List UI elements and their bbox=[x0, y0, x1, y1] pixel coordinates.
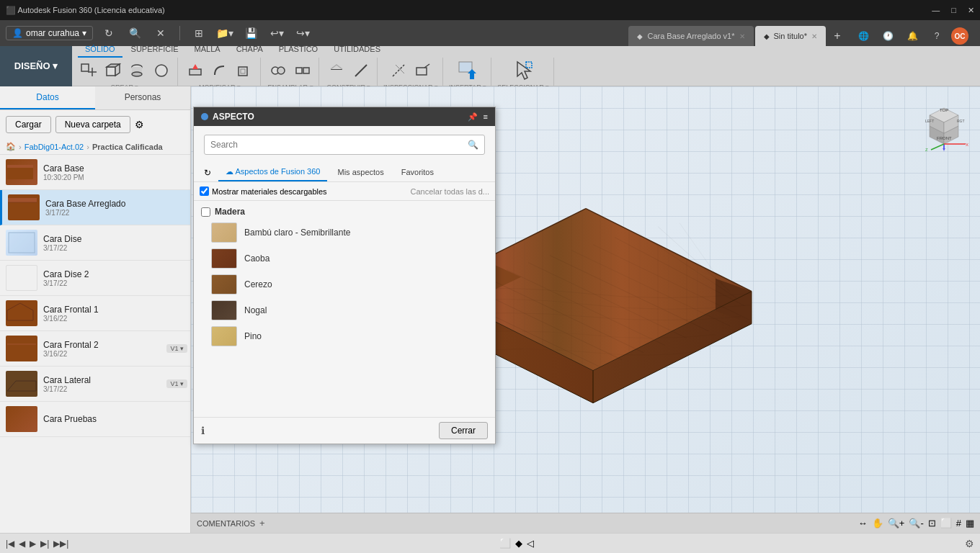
measure-icon[interactable] bbox=[387, 59, 410, 82]
fillet-icon[interactable] bbox=[208, 59, 231, 82]
info-button[interactable]: ℹ bbox=[201, 425, 205, 436]
list-item[interactable]: Cara Base Arreglado 3/17/22 bbox=[0, 190, 190, 225]
list-item[interactable]: Cara Pruebas bbox=[0, 402, 190, 437]
tab-malla[interactable]: MALLA bbox=[187, 42, 228, 58]
svg-point-8 bbox=[132, 72, 142, 76]
new-component-icon[interactable] bbox=[76, 59, 99, 82]
tab-utilidades[interactable]: UTILIDADES bbox=[326, 42, 388, 58]
breadcrumb-item1[interactable]: FabDig01-Act.02 bbox=[24, 143, 84, 151]
tab-my-aspects[interactable]: Mis aspectos bbox=[330, 164, 391, 181]
cylinder-icon[interactable] bbox=[125, 59, 148, 82]
playbar-settings-button[interactable]: ⚙ bbox=[965, 538, 974, 549]
dialog-pin-button[interactable]: 📌 bbox=[468, 112, 478, 122]
tab-close-button[interactable]: ✕ bbox=[739, 32, 745, 40]
list-item[interactable]: Cara Frontal 1 3/16/22 bbox=[0, 296, 190, 331]
pan-icon[interactable]: ↔ bbox=[858, 518, 868, 529]
tab-chapa[interactable]: CHAPA bbox=[229, 42, 270, 58]
cerrar-button[interactable]: Cerrar bbox=[439, 422, 488, 439]
dialog-close-button[interactable]: ≡ bbox=[484, 112, 488, 122]
titlebar-controls: — □ ✕ bbox=[932, 6, 974, 15]
tab-favorites[interactable]: Favoritos bbox=[394, 164, 441, 181]
add-comment-button[interactable]: + bbox=[259, 518, 265, 529]
nav-cube[interactable]: TOP LEFT RGT FRONT Y X Z bbox=[915, 94, 973, 153]
dialog-content[interactable]: Madera Bambú claro - Semibrillante Caoba… bbox=[194, 201, 495, 417]
list-item[interactable]: Cara Lateral 3/17/22 V1 ▾ bbox=[0, 367, 190, 402]
material-thumbnail bbox=[211, 300, 237, 320]
file-info: Cara Frontal 2 3/16/22 bbox=[43, 340, 161, 358]
play-play-button[interactable]: ▶ bbox=[30, 539, 36, 549]
material-item-nogal[interactable]: Nogal bbox=[194, 297, 495, 323]
tab-solido[interactable]: SÓLIDO bbox=[78, 42, 122, 58]
box-icon[interactable] bbox=[101, 59, 124, 82]
minimize-button[interactable]: — bbox=[932, 6, 940, 15]
play-next-button[interactable]: ▶| bbox=[40, 539, 49, 549]
insert-icon[interactable] bbox=[456, 59, 479, 82]
tab-fusion-aspects[interactable]: ☁ Aspectos de Fusion 360 bbox=[218, 163, 327, 181]
render-mode-icon[interactable]: ▦ bbox=[966, 518, 974, 529]
cloud-icon: ☁ bbox=[226, 167, 233, 176]
material-name: Pino bbox=[244, 331, 262, 341]
select-icon[interactable] bbox=[512, 59, 535, 82]
plane-icon[interactable] bbox=[325, 59, 348, 82]
design-menu-button[interactable]: DISEÑO ▾ bbox=[0, 46, 72, 86]
sphere-icon[interactable] bbox=[150, 59, 173, 82]
category-madera[interactable]: Madera bbox=[194, 204, 495, 220]
list-item[interactable]: Cara Dise 2 3/17/22 bbox=[0, 261, 190, 296]
zoom-out-icon[interactable]: 🔍- bbox=[909, 518, 923, 529]
tab-close-sin-titulo[interactable]: ✕ bbox=[811, 32, 817, 40]
show-downloadable-label[interactable]: Mostrar materiales descargables bbox=[200, 186, 327, 196]
panel-settings-button[interactable]: ⚙ bbox=[135, 119, 144, 130]
refresh-icon[interactable]: ↻ bbox=[200, 165, 215, 181]
inspect-icon[interactable] bbox=[411, 59, 435, 82]
list-item[interactable]: Cara Dise 3/17/22 bbox=[0, 225, 190, 261]
home-icon[interactable]: 🏠 bbox=[6, 142, 16, 151]
material-item-cerezo[interactable]: Cerezo bbox=[194, 271, 495, 297]
dialog-search-container: 🔍 bbox=[194, 126, 495, 163]
play-start-button[interactable]: |◀ bbox=[6, 539, 14, 549]
nueva-carpeta-button[interactable]: Nueva carpeta bbox=[55, 116, 130, 133]
svg-text:Y: Y bbox=[943, 148, 945, 151]
maximize-button[interactable]: □ bbox=[951, 6, 956, 15]
tab-plastico[interactable]: PLÁSTICO bbox=[272, 42, 325, 58]
shell-icon[interactable] bbox=[233, 59, 256, 82]
fit-icon[interactable]: ⊡ bbox=[928, 518, 936, 529]
axis-icon[interactable] bbox=[349, 59, 373, 82]
search-input[interactable] bbox=[210, 140, 468, 150]
file-date: 3/16/22 bbox=[43, 315, 184, 323]
hand-icon[interactable]: ✋ bbox=[872, 518, 883, 529]
user-menu[interactable]: 👤 omar curahua ▾ bbox=[6, 26, 93, 40]
play-prev-button[interactable]: ◀ bbox=[19, 539, 25, 549]
file-thumbnail bbox=[6, 371, 37, 397]
app-title: Autodesk Fusion 360 (Licencia educativa) bbox=[17, 6, 164, 14]
material-item-caoba[interactable]: Caoba bbox=[194, 246, 495, 271]
svg-rect-16 bbox=[296, 68, 302, 73]
category-checkbox[interactable] bbox=[201, 207, 210, 217]
press-pull-icon[interactable] bbox=[184, 59, 207, 82]
file-name: Cara Dise 2 bbox=[43, 269, 184, 279]
svg-line-19 bbox=[355, 65, 367, 76]
timeline-icon3[interactable]: ◁ bbox=[527, 538, 534, 549]
play-end-button[interactable]: ▶▶| bbox=[53, 539, 68, 549]
list-item[interactable]: Cara Base 10:30:20 PM bbox=[0, 155, 190, 190]
aspect-dialog: ASPECTO 📌 ≡ 🔍 ↻ ☁ Aspectos de Fusion 360… bbox=[193, 107, 496, 444]
joint-icon[interactable] bbox=[267, 59, 290, 82]
dialog-footer: ℹ Cerrar bbox=[194, 417, 495, 444]
show-downloadable-checkbox[interactable] bbox=[200, 186, 209, 196]
user-name: omar curahua bbox=[26, 28, 79, 38]
grid-view-icon[interactable]: # bbox=[956, 518, 961, 529]
tab-superficie[interactable]: SUPERFICIE bbox=[124, 42, 186, 58]
list-item[interactable]: Cara Frontal 2 3/16/22 V1 ▾ bbox=[0, 331, 190, 367]
tab-datos[interactable]: Datos bbox=[0, 86, 95, 109]
material-item-bambu[interactable]: Bambú claro - Semibrillante bbox=[194, 220, 495, 246]
version-badge: V1 ▾ bbox=[166, 344, 187, 353]
timeline-icon1[interactable]: ⬜ bbox=[499, 538, 511, 549]
tab-personas[interactable]: Personas bbox=[95, 86, 190, 109]
display-mode-icon[interactable]: ⬜ bbox=[940, 518, 952, 529]
assemble-icon[interactable] bbox=[291, 59, 314, 82]
timeline-icon2[interactable]: ◆ bbox=[515, 538, 522, 549]
cargar-button[interactable]: Cargar bbox=[6, 116, 51, 133]
close-button[interactable]: ✕ bbox=[968, 6, 974, 15]
zoom-in-icon[interactable]: 🔍+ bbox=[888, 518, 905, 529]
file-name: Cara Frontal 2 bbox=[43, 340, 161, 350]
material-item-pino[interactable]: Pino bbox=[194, 323, 495, 349]
